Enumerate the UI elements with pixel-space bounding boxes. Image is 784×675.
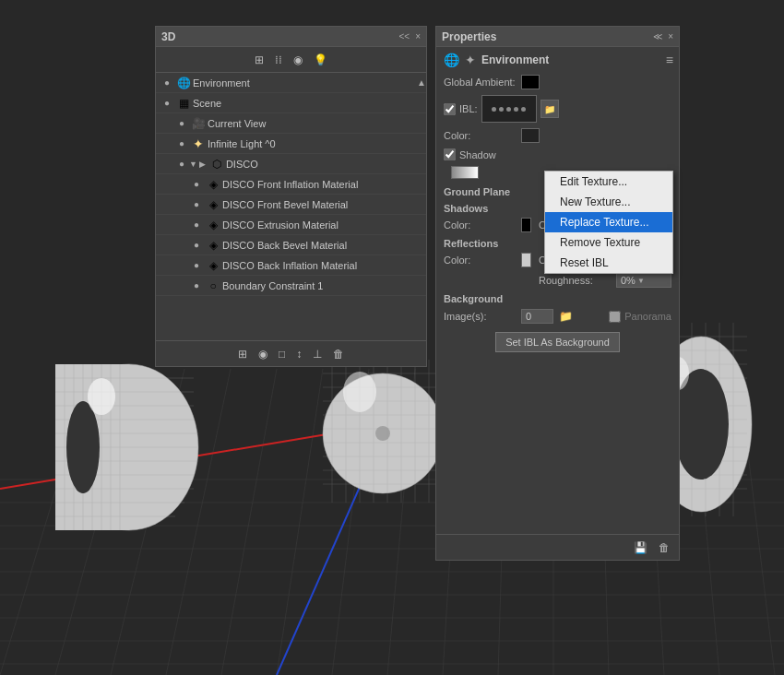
visibility-eye-currentview[interactable]: ●: [174, 116, 189, 131]
panel-3d: 3D << × ⊞ ⁞⁞ ◉ 💡 ● 🌐 Environment ▲ ● ▦ S…: [155, 26, 427, 367]
panel-props-collapse[interactable]: ≪: [653, 31, 662, 41]
layer-disco-back-inflation[interactable]: ● ◈ DISCO Back Inflation Material: [156, 255, 426, 276]
visibility-eye-scene[interactable]: ●: [160, 96, 174, 111]
bottom-trash-icon[interactable]: 🗑: [331, 346, 346, 362]
panel-props-title: Properties: [442, 30, 496, 43]
layer-environment[interactable]: ● 🌐 Environment ▲: [156, 73, 426, 93]
panel-props-close[interactable]: ×: [668, 31, 673, 41]
visibility-eye-disco[interactable]: ●: [174, 157, 189, 172]
toolbar-dots-icon[interactable]: ⁞⁞: [273, 52, 284, 68]
roughness-arrow: ▼: [637, 277, 645, 285]
bottom-pin-icon[interactable]: ⊥: [311, 346, 324, 362]
layer-icon-backbevel: ◈: [206, 238, 220, 253]
panel-3d-title: 3D: [161, 30, 175, 43]
visibility-eye-environment[interactable]: ●: [160, 76, 174, 90]
visibility-eye-boundary[interactable]: ●: [189, 278, 204, 293]
roughness-label: Roughness:: [539, 275, 612, 286]
props-content: 🌐 ✦ Environment Global Ambient: IBL:: [436, 47, 679, 534]
bottom-grid-icon[interactable]: ⊞: [236, 346, 249, 362]
visibility-eye-frontbevel[interactable]: ●: [189, 197, 204, 212]
bottom-square-icon[interactable]: □: [277, 346, 287, 362]
layer-disco[interactable]: ● ▼ ▶ ⬡ DISCO: [156, 154, 426, 174]
ibl-dot-2: [499, 107, 504, 112]
context-menu-item-reset-ibl[interactable]: Reset IBL: [545, 253, 672, 273]
bottom-sphere-icon[interactable]: ◉: [256, 346, 269, 362]
context-menu-item-new-texture[interactable]: New Texture...: [545, 192, 672, 212]
prop-background-images: Image(s): 📁 Panorama: [444, 308, 671, 325]
ibl-dots: [492, 107, 527, 112]
layer-name-boundary: Boundary Constraint 1: [222, 280, 422, 291]
props-save-icon[interactable]: 💾: [632, 539, 649, 556]
context-menu-item-replace-texture[interactable]: Replace Texture...: [545, 212, 672, 232]
layer-boundary-constraint[interactable]: ● ○ Boundary Constraint 1: [156, 276, 426, 296]
toolbar-light-icon[interactable]: 💡: [312, 52, 329, 68]
panel-3d-collapse[interactable]: <<: [398, 31, 410, 41]
layer-disco-front-inflation[interactable]: ● ◈ DISCO Front Inflation Material: [156, 174, 426, 195]
color-swatch[interactable]: [521, 128, 540, 143]
reflections-color-label: Color:: [444, 255, 517, 266]
layer-name-infinitelight: Infinite Light ^0: [208, 138, 422, 149]
svg-point-68: [375, 426, 390, 441]
expand-arrow2-disco[interactable]: ▶: [199, 160, 206, 169]
layer-name-frontinflation: DISCO Front Inflation Material: [222, 179, 422, 190]
props-env-icon: 🌐: [444, 53, 459, 67]
global-ambient-swatch[interactable]: [521, 75, 540, 89]
global-ambient-label: Global Ambient:: [444, 77, 517, 88]
ibl-dot-5: [521, 107, 526, 112]
expand-arrow-disco[interactable]: ▼: [189, 160, 197, 169]
panorama-checkbox-label[interactable]: Panorama: [609, 311, 671, 323]
layer-icon-backinflation: ◈: [206, 258, 220, 273]
panorama-checkbox[interactable]: [609, 311, 621, 323]
context-menu-item-edit-texture[interactable]: Edit Texture...: [545, 172, 672, 192]
images-folder-icon[interactable]: 📁: [557, 308, 575, 325]
bottom-move-icon[interactable]: ↕: [294, 346, 303, 362]
layer-name-currentview: Current View: [208, 118, 422, 129]
layer-name-environment: Environment: [193, 77, 422, 89]
shadow-gradient-bar: [451, 166, 479, 179]
roughness-value: 0%: [621, 275, 636, 286]
panel-3d-close[interactable]: ×: [415, 31, 421, 41]
layer-icon-scene: ▦: [176, 96, 191, 111]
ibl-dot-1: [492, 107, 496, 112]
layer-disco-back-bevel[interactable]: ● ◈ DISCO Back Bevel Material: [156, 235, 426, 255]
visibility-eye-frontinflation[interactable]: ●: [189, 177, 204, 192]
props-menu-icon[interactable]: ≡: [666, 53, 673, 67]
context-menu-item-remove-texture[interactable]: Remove Texture: [545, 232, 672, 253]
reflections-color-swatch[interactable]: [521, 253, 531, 267]
ibl-preview[interactable]: [481, 95, 537, 123]
shadow-checkbox-label[interactable]: Shadow: [444, 148, 496, 160]
layer-name-scene: Scene: [193, 98, 422, 109]
props-section-header: 🌐 ✦ Environment: [444, 53, 671, 67]
layer-infinite-light[interactable]: ● ✦ Infinite Light ^0: [156, 134, 426, 154]
panel-3d-header: 3D << ×: [156, 27, 426, 47]
visibility-eye-infinitelight[interactable]: ●: [174, 136, 189, 151]
toolbar-sphere-icon[interactable]: ◉: [291, 52, 304, 68]
panel-properties: Properties ≪ × ≡ 🌐 ✦ Environment Global …: [435, 26, 680, 561]
layer-icon-currentview: 🎥: [191, 116, 206, 131]
roughness-select[interactable]: 0% ▼: [616, 273, 671, 288]
prop-color: Color:: [444, 128, 671, 143]
layer-name-disco: DISCO: [226, 159, 422, 170]
ibl-checkbox[interactable]: [444, 103, 456, 115]
panel-props-controls: ≪ ×: [653, 31, 673, 41]
visibility-eye-backbevel[interactable]: ●: [189, 238, 204, 253]
layer-disco-extrusion[interactable]: ● ◈ DISCO Extrusion Material: [156, 215, 426, 235]
visibility-eye-extrusion[interactable]: ●: [189, 218, 204, 232]
toolbar-grid-icon[interactable]: ⊞: [253, 52, 266, 68]
ibl-dot-4: [514, 107, 518, 112]
shadows-color-swatch[interactable]: [521, 218, 531, 232]
shadow-checkbox[interactable]: [444, 148, 456, 160]
layer-current-view[interactable]: ● 🎥 Current View: [156, 113, 426, 134]
set-ibl-background-button[interactable]: Set IBL As Background: [495, 332, 620, 352]
ibl-folder-button[interactable]: 📁: [540, 100, 559, 118]
layer-scene[interactable]: ● ▦ Scene: [156, 93, 426, 113]
layer-icon-disco: ⬡: [209, 157, 224, 172]
props-section-title: Environment: [481, 53, 549, 66]
layer-icon-infinitelight: ✦: [191, 136, 206, 151]
layer-disco-front-bevel[interactable]: ● ◈ DISCO Front Bevel Material: [156, 195, 426, 215]
visibility-eye-backinflation[interactable]: ●: [189, 258, 204, 273]
images-input[interactable]: [521, 309, 553, 324]
scroll-arrow: ▲: [417, 77, 426, 88]
ibl-checkbox-label[interactable]: IBL:: [444, 103, 478, 115]
props-trash-icon[interactable]: 🗑: [657, 539, 671, 556]
